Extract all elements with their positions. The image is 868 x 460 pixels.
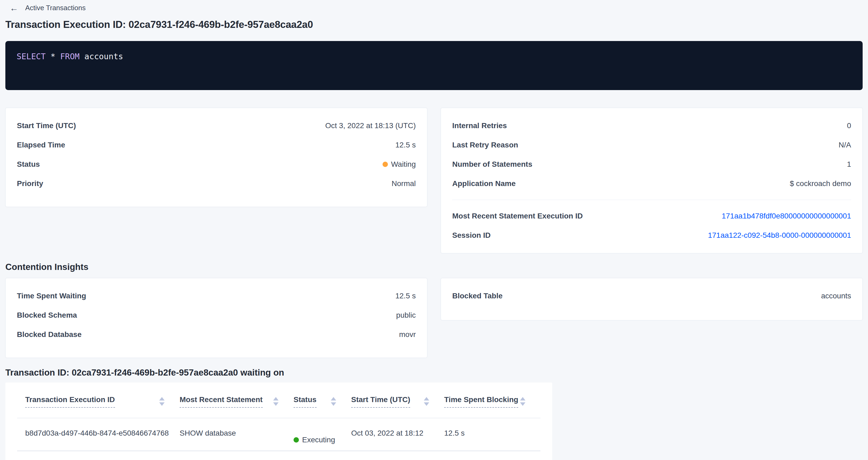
summary-label: Application Name: [452, 179, 524, 188]
summary-label: Status: [17, 160, 48, 168]
statement-execution-id-link[interactable]: 171aa1b478fdf0e80000000000000001: [722, 212, 851, 220]
summary-label: Time Spent Waiting: [17, 292, 94, 300]
summary-label: Start Time (UTC): [17, 121, 84, 130]
sql-operator: *: [45, 52, 60, 61]
column-header-label[interactable]: Time Spent Blocking: [444, 395, 518, 408]
sql-identifier: accounts: [80, 52, 123, 61]
summary-value: N/A: [838, 141, 851, 149]
cell-transaction-execution-id: b8d7d03a-d497-446b-8474-e50846674768: [25, 429, 180, 451]
summary-value: Normal: [392, 179, 416, 188]
column-header-transaction-execution-id: Transaction Execution ID: [25, 395, 180, 418]
sql-keyword-select: SELECT: [17, 52, 45, 61]
summary-label: Blocked Table: [452, 292, 511, 300]
summary-row-internal-retries: Internal Retries 0: [452, 116, 851, 135]
summary-label: Internal Retries: [452, 121, 515, 130]
page-title: Transaction Execution ID: 02ca7931-f246-…: [5, 19, 863, 30]
column-header-status: Status: [293, 395, 351, 418]
contention-cards-row: Time Spent Waiting 12.5 s Blocked Schema…: [5, 278, 863, 358]
summary-row-session-id: Session ID 171aa122-c092-54b8-0000-00000…: [452, 226, 851, 245]
summary-row-time-spent-waiting: Time Spent Waiting 12.5 s: [17, 286, 416, 306]
column-header-label[interactable]: Transaction Execution ID: [25, 395, 115, 408]
cell-time-spent-blocking: 12.5 s: [444, 429, 540, 451]
summary-value: 1: [847, 160, 851, 168]
contention-card-right: Blocked Table accounts: [441, 278, 863, 320]
summary-row-status: Status Waiting: [17, 155, 416, 174]
cell-status: Executing: [293, 429, 351, 451]
summary-row-statement-execution-id: Most Recent Statement Execution ID 171aa…: [452, 206, 851, 226]
summary-row-priority: Priority Normal: [17, 174, 416, 193]
table-header-row: Transaction Execution ID Most Recent Sta…: [17, 382, 540, 418]
back-link-active-transactions[interactable]: ← Active Transactions: [5, 0, 86, 12]
summary-value: 12.5 s: [395, 141, 416, 149]
summary-row-blocked-database: Blocked Database movr: [17, 325, 416, 344]
column-header-label[interactable]: Most Recent Statement: [180, 395, 263, 408]
summary-label: Priority: [17, 179, 51, 188]
waiting-on-table: Transaction Execution ID Most Recent Sta…: [5, 382, 552, 460]
table-row: b8d7d03a-d497-446b-8474-e50846674768 SHO…: [17, 418, 540, 451]
summary-row-blocked-schema: Blocked Schema public: [17, 306, 416, 325]
summary-row-application-name: Application Name $ cockroach demo: [452, 174, 851, 193]
sort-icon[interactable]: [520, 397, 525, 406]
status-text: Waiting: [391, 160, 416, 168]
waiting-on-heading: Transaction ID: 02ca7931-f246-469b-b2fe-…: [5, 368, 863, 378]
status-badge: Waiting: [382, 160, 416, 168]
summary-label: Blocked Schema: [17, 311, 85, 319]
sql-keyword-from: FROM: [60, 52, 80, 61]
summary-value: 0: [847, 121, 851, 130]
summary-card-left: Start Time (UTC) Oct 3, 2022 at 18:13 (U…: [5, 108, 427, 207]
column-header-time-spent-blocking: Time Spent Blocking: [444, 395, 540, 418]
summary-value: movr: [399, 330, 416, 339]
summary-label: Elapsed Time: [17, 141, 73, 149]
column-header-label[interactable]: Status: [293, 395, 317, 408]
summary-value: $ cockroach demo: [790, 179, 851, 188]
summary-value: Oct 3, 2022 at 18:13 (UTC): [325, 121, 416, 130]
summary-value: public: [396, 311, 416, 319]
summary-card-right: Internal Retries 0 Last Retry Reason N/A…: [441, 108, 863, 253]
cell-most-recent-statement: SHOW database: [180, 429, 293, 451]
status-dot-executing-icon: [293, 437, 299, 442]
sort-icon[interactable]: [273, 397, 279, 406]
summary-value: 12.5 s: [395, 292, 416, 300]
summary-cards-row: Start Time (UTC) Oct 3, 2022 at 18:13 (U…: [5, 108, 863, 253]
column-header-label[interactable]: Start Time (UTC): [351, 395, 410, 408]
sort-icon[interactable]: [331, 397, 336, 406]
summary-row-number-of-statements: Number of Statements 1: [452, 155, 851, 174]
status-text: Executing: [302, 436, 335, 444]
contention-insights-heading: Contention Insights: [5, 262, 863, 272]
sort-icon[interactable]: [159, 397, 164, 406]
summary-value: accounts: [821, 292, 851, 300]
column-header-start-time: Start Time (UTC): [351, 395, 444, 418]
summary-label: Most Recent Statement Execution ID: [452, 212, 591, 220]
back-link-label: Active Transactions: [25, 4, 86, 12]
contention-card-left: Time Spent Waiting 12.5 s Blocked Schema…: [5, 278, 427, 358]
status-dot-waiting-icon: [382, 162, 388, 167]
arrow-left-icon: ←: [10, 5, 18, 11]
summary-row-start-time: Start Time (UTC) Oct 3, 2022 at 18:13 (U…: [17, 116, 416, 135]
column-header-most-recent-statement: Most Recent Statement: [180, 395, 293, 418]
summary-label: Blocked Database: [17, 330, 90, 339]
summary-row-blocked-table: Blocked Table accounts: [452, 286, 851, 306]
summary-row-elapsed-time: Elapsed Time 12.5 s: [17, 135, 416, 155]
session-id-link[interactable]: 171aa122-c092-54b8-0000-000000000001: [708, 231, 851, 240]
summary-label: Last Retry Reason: [452, 141, 526, 149]
summary-row-last-retry-reason: Last Retry Reason N/A: [452, 135, 851, 155]
page: ← Active Transactions Transaction Execut…: [0, 0, 868, 460]
summary-label: Session ID: [452, 231, 499, 240]
summary-label: Number of Statements: [452, 160, 540, 168]
sort-icon[interactable]: [424, 397, 429, 406]
sql-statement: SELECT * FROM accounts: [17, 52, 851, 61]
sql-statement-box: SELECT * FROM accounts: [5, 41, 863, 90]
cell-start-time: Oct 03, 2022 at 18:12: [351, 429, 444, 451]
